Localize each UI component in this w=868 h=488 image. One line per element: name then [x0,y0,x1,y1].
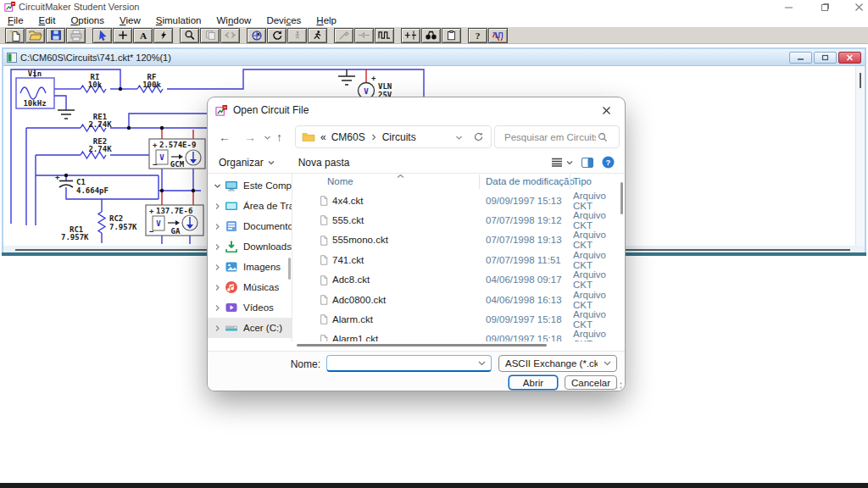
toolbar-zoom-tool-button[interactable] [180,28,199,43]
toolbar-trim-adjust-button[interactable] [401,28,420,43]
toolbar-page-copy-button[interactable] [200,28,220,43]
forward-icon[interactable]: → [244,131,256,143]
chevron-down-icon[interactable] [210,182,224,190]
toolbar-split-view-button[interactable] [220,28,240,43]
filetype-dropdown[interactable]: ASCII Exchange (*.ckt) [498,355,617,372]
app-maximize-button[interactable] [812,1,837,13]
toolbar-rotate-button[interactable] [267,28,287,43]
toolbar-connector-button[interactable] [354,28,374,43]
breadcrumb-circuits[interactable]: Circuits [382,131,416,143]
chevron-right-icon[interactable] [210,284,224,291]
dialog-close-button[interactable] [587,97,625,123]
address-bar[interactable]: « CM60S Circuits [295,125,492,148]
toolbar-text-tool-button[interactable]: A [133,28,153,43]
menu-help[interactable]: Help [309,15,344,25]
column-header-date[interactable]: Data de modificação [486,176,575,186]
vin-source[interactable]: Vin 10kHz [16,69,54,108]
menu-window[interactable]: Window [209,15,259,25]
file-row-adc8-ckt[interactable]: Adc8.ckt04/06/1998 09:17Arquivo CKT [292,270,625,290]
open-button[interactable]: Abrir [509,375,558,390]
toolbar-delete-tool-button[interactable] [153,28,173,43]
toolbar-digital-waveform-button[interactable] [375,28,394,43]
toolbar-help-button[interactable]: ? [468,28,487,43]
toolbar-new-file-button[interactable] [5,28,25,43]
toolbar-mixed-mode-button[interactable] [488,28,508,43]
app-close-button[interactable] [846,1,868,13]
recent-locations-chevron-icon[interactable] [264,135,271,141]
menu-devices[interactable]: Devices [259,15,309,25]
file-row-alarm-ckt[interactable]: Alarm.ckt09/09/1997 15:18Arquivo CKT [292,309,625,329]
dialog-titlebar[interactable]: Open Circuit File [208,97,625,123]
toolbar-run-simulation-button[interactable] [308,28,327,43]
search-input[interactable] [503,131,598,143]
sidebar-item-este-computador[interactable]: Este Computador [208,175,292,196]
sidebar-scrollbar-thumb[interactable] [288,258,291,280]
sidebar-item-acer-c-[interactable]: Acer (C:) [208,318,292,338]
toolbar-step-walk-button[interactable] [287,28,307,43]
address-dropdown-chevron-icon[interactable] [455,135,463,141]
file-row-4x4-ckt[interactable]: 4x4.ckt09/09/1997 15:13Arquivo CKT [292,191,625,210]
menu-simulation[interactable]: Simulation [148,15,209,25]
sidebar-item-m-sicas[interactable]: Músicas [208,277,292,297]
filename-input[interactable] [332,358,478,369]
chevron-right-icon[interactable] [210,223,224,230]
file-row-741-ckt[interactable]: 741.ckt07/07/1998 11:51Arquivo CKT [292,250,625,269]
chevron-right-icon[interactable] [210,324,224,332]
file-row-555mono-ckt[interactable]: 555mono.ckt07/07/1998 19:13Arquivo CKT [292,230,625,250]
column-divider[interactable] [479,175,480,189]
menu-edit[interactable]: Edit [31,15,64,25]
circuit-restore-button[interactable] [814,52,837,64]
file-row-555-ckt[interactable]: 555.ckt07/07/1998 19:12Arquivo CKT [292,210,625,230]
circuit-window-titlebar[interactable]: C:\CM60S\Circuits\741.ckt* 120%(1) [3,49,865,66]
help-icon[interactable]: ? [602,156,615,169]
file-row-adc0800-ckt[interactable]: Adc0800.ckt04/06/1998 16:13Arquivo CKT [292,290,625,309]
app-minimize-button[interactable] [776,1,801,13]
toolbar-print-button[interactable] [66,28,86,43]
menu-file[interactable]: File [0,15,31,25]
menu-view[interactable]: View [112,15,148,25]
organize-menu-button[interactable]: Organizar [219,157,275,169]
breadcrumb-cm60s[interactable]: CM60S [331,131,365,143]
toolbar-probe-button[interactable] [334,28,353,43]
toolbar-select-arrow-button[interactable] [92,28,112,43]
circuit-minimize-button[interactable] [789,52,812,64]
toolbar-save-file-button[interactable] [46,28,65,43]
circuit-close-button[interactable] [838,52,861,64]
file-row-alarm1-ckt[interactable]: Alarm1.ckt09/09/1997 15:18Arquivo CKT [292,330,625,341]
ga-dependent-source[interactable]: + 137.7E-6 V − GA [146,205,203,236]
scrollbar-thumb[interactable] [860,73,861,88]
chevron-right-icon[interactable] [210,304,224,312]
vln-source[interactable]: V + VLN 25V [359,74,392,99]
back-icon[interactable]: ← [219,131,231,143]
file-list-scrollbar-thumb[interactable] [620,182,623,214]
toolbar-find-binoculars-button[interactable] [421,28,441,43]
toolbar-clipboard-button[interactable] [442,28,461,43]
cancel-button[interactable]: Cancelar [565,375,617,390]
breadcrumb-prefix[interactable]: « [320,131,326,143]
toolbar-scope-probe-button[interactable] [247,28,266,43]
preview-pane-icon[interactable] [581,158,593,168]
chevron-right-icon[interactable] [210,263,224,271]
toolbar-open-file-button[interactable] [25,28,45,43]
file-list-horizontal-scrollbar[interactable] [297,344,547,347]
sidebar-item-downloads[interactable]: Downloads [208,236,292,257]
c1-capacitor[interactable]: + C1 4.664pF [55,173,108,195]
gcm-dependent-source[interactable]: + 2.574E-9 V − GCM [149,139,205,169]
circuit-vertical-scrollbar[interactable] [855,66,865,246]
search-box[interactable] [494,125,620,148]
filename-combobox[interactable] [326,355,492,372]
new-folder-button[interactable]: Nova pasta [298,157,350,169]
sidebar-item-v-deos[interactable]: Vídeos [208,297,292,318]
sidebar-item-documentos[interactable]: Documentos [208,216,292,236]
column-header-name[interactable]: Nome [327,176,353,186]
resize-grip[interactable] [615,382,622,389]
chevron-right-icon[interactable] [210,202,224,210]
sidebar-item--rea-de-trabalho[interactable]: Área de Trabalho [208,196,292,216]
menu-options[interactable]: Options [63,15,112,25]
up-icon[interactable]: ↑ [276,131,282,143]
chevron-right-icon[interactable] [210,243,224,251]
column-divider[interactable] [570,175,570,189]
sidebar-item-imagens[interactable]: Imagens [208,257,292,277]
toolbar-wire-plus-button[interactable] [113,28,132,43]
refresh-icon[interactable] [473,131,484,142]
